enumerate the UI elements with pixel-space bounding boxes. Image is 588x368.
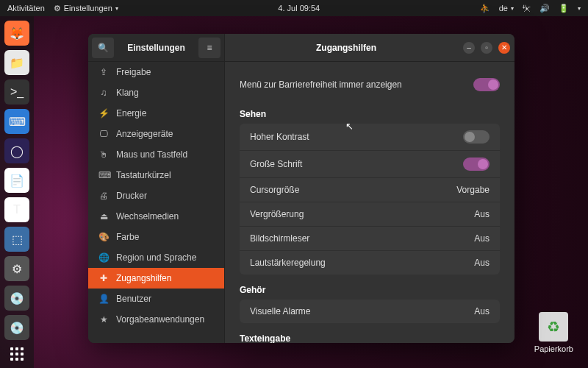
show-apps-button[interactable] xyxy=(10,347,24,361)
sidebar-item-label: Zugangshilfen xyxy=(116,273,171,283)
volume-icon[interactable]: 🔊 xyxy=(539,4,550,13)
sehen-label: Cursorgröße xyxy=(250,185,456,195)
sehen-row[interactable]: BildschirmleserAus xyxy=(240,227,500,251)
sidebar-item-label: Klang xyxy=(116,88,139,98)
dock-app-terminal[interactable]: >_ xyxy=(4,79,29,105)
sehen-group: Hoher KontrastGroße SchriftCursorgrößeVo… xyxy=(240,124,500,275)
sehen-row[interactable]: VergrößerungAus xyxy=(240,202,500,227)
sehen-value: Aus xyxy=(474,258,490,268)
sehen-label: Vergrößerung xyxy=(250,209,474,219)
dock-app-disc2[interactable]: 💿 xyxy=(4,315,29,340)
dock-app-settings[interactable]: ⚙ xyxy=(4,256,29,281)
sidebar-icon: ⇪ xyxy=(98,67,109,77)
sidebar-item-region-und-sprache[interactable]: 🌐Region und Sprache xyxy=(88,247,224,268)
recycle-icon: ♻ xyxy=(539,312,568,342)
app-menu[interactable]: ⚙ Einstellungen ▾ xyxy=(54,4,118,13)
trash-desktop-icon[interactable]: ♻ Papierkorb xyxy=(534,312,573,353)
sidebar-item-anzeigegeräte[interactable]: 🖵Anzeigegeräte xyxy=(88,124,224,144)
dock-app-firefox[interactable]: 🦊 xyxy=(4,21,29,46)
sehen-toggle[interactable] xyxy=(463,130,490,144)
dock-app-screenshot[interactable]: ⬚ xyxy=(4,227,29,252)
section-sehen: Sehen xyxy=(240,109,500,119)
cursor-icon: ↖ xyxy=(345,121,354,132)
sehen-row[interactable]: LautstärkeregelungAus xyxy=(240,251,500,275)
search-button[interactable]: 🔍 xyxy=(92,38,114,58)
input-source-label: de xyxy=(499,4,508,13)
input-source[interactable]: de ▾ xyxy=(499,4,514,13)
sidebar-item-label: Vorgabeanwendungen xyxy=(116,314,204,325)
sidebar-item-energie[interactable]: ⚡Energie xyxy=(88,103,224,124)
hamburger-button[interactable]: ≡ xyxy=(198,38,220,58)
sidebar-item-label: Freigabe xyxy=(116,67,151,77)
network-icon[interactable]: ⏧ xyxy=(523,4,531,13)
sidebar-item-maus-und-tastfeld[interactable]: 🖱Maus und Tastfeld xyxy=(88,144,224,165)
always-show-a11y-label: Menü zur Barrierefreiheit immer anzeigen xyxy=(240,79,473,90)
sidebar-item-label: Energie xyxy=(116,108,146,118)
titlebar[interactable]: 🔍 Einstellungen ≡ Zugangshilfen – ▫ ✕ xyxy=(88,34,514,62)
settings-content: Menü zur Barrierefreiheit immer anzeigen… xyxy=(225,62,514,343)
sehen-toggle[interactable] xyxy=(463,158,490,171)
sidebar-item-label: Drucker xyxy=(116,191,147,201)
settings-window: 🔍 Einstellungen ≡ Zugangshilfen – ▫ ✕ ⇪F… xyxy=(88,34,514,343)
sehen-label: Hoher Kontrast xyxy=(250,132,463,142)
sidebar-icon: ⌨ xyxy=(98,170,109,180)
accessibility-icon[interactable]: ⛹ xyxy=(480,4,490,13)
clock[interactable]: 4. Jul 09:54 xyxy=(118,4,480,13)
sidebar-title: Einstellungen xyxy=(118,43,195,53)
sidebar-item-label: Wechselmedien xyxy=(116,211,179,222)
sidebar-item-farbe[interactable]: 🎨Farbe xyxy=(88,227,224,247)
minimize-button[interactable]: – xyxy=(463,42,475,54)
dock-app-text-editor[interactable]: T xyxy=(4,197,29,222)
dock-app-eclipse[interactable]: ◯ xyxy=(4,138,29,163)
trash-label: Papierkorb xyxy=(534,344,573,353)
sidebar-item-label: Benutzer xyxy=(116,294,151,304)
sidebar-item-drucker[interactable]: 🖨Drucker xyxy=(88,185,224,206)
dock-app-disc1[interactable]: 💿 xyxy=(4,286,29,311)
sidebar-icon: ⏏ xyxy=(98,211,109,222)
sidebar-item-label: Region und Sprache xyxy=(116,252,196,263)
battery-icon[interactable]: 🔋 xyxy=(559,4,569,13)
sidebar-item-label: Farbe xyxy=(116,232,139,242)
sidebar-icon: 👤 xyxy=(98,294,109,304)
search-icon: 🔍 xyxy=(98,43,109,53)
close-button[interactable]: ✕ xyxy=(498,42,510,54)
minimize-icon: – xyxy=(467,43,471,52)
sehen-row[interactable]: CursorgrößeVorgabe xyxy=(240,178,500,202)
gehoer-row[interactable]: Visuelle AlarmeAus xyxy=(240,300,500,323)
sidebar-icon: 🖨 xyxy=(98,191,109,201)
gehoer-group: Visuelle AlarmeAus xyxy=(240,300,500,323)
sidebar-icon: ✚ xyxy=(98,273,109,283)
chevron-down-icon[interactable]: ▾ xyxy=(578,5,581,12)
sidebar-icon: 🎨 xyxy=(98,232,109,242)
activities-button[interactable]: Aktivitäten xyxy=(7,4,45,13)
sidebar-item-benutzer[interactable]: 👤Benutzer xyxy=(88,289,224,309)
menu-icon: ≡ xyxy=(207,43,212,53)
sehen-row: Große Schrift xyxy=(240,151,500,178)
sehen-row: Hoher Kontrast xyxy=(240,124,500,151)
sehen-value: Aus xyxy=(474,233,490,244)
close-icon: ✕ xyxy=(501,43,507,52)
dock-app-libreoffice[interactable]: 📄 xyxy=(4,168,29,193)
app-menu-label: Einstellungen xyxy=(64,4,112,13)
sehen-value: Aus xyxy=(474,209,490,219)
sehen-label: Bildschirmleser xyxy=(250,233,474,244)
sidebar-item-freigabe[interactable]: ⇪Freigabe xyxy=(88,62,224,82)
gehoer-value: Aus xyxy=(474,306,490,316)
chevron-down-icon: ▾ xyxy=(511,5,514,12)
page-title: Zugangshilfen xyxy=(229,43,463,53)
sidebar-icon: ★ xyxy=(98,314,109,325)
maximize-button[interactable]: ▫ xyxy=(481,42,492,54)
always-show-a11y-toggle[interactable] xyxy=(473,78,500,91)
sidebar-item-label: Tastaturkürzel xyxy=(116,170,171,180)
sehen-label: Lautstärkeregelung xyxy=(250,258,474,268)
section-texteingabe: Texteingabe xyxy=(240,333,500,343)
dock-app-vscode[interactable]: ⌨ xyxy=(4,109,29,134)
sehen-label: Große Schrift xyxy=(250,159,463,169)
sidebar-item-klang[interactable]: ♫Klang xyxy=(88,82,224,103)
sidebar-item-label: Anzeigegeräte xyxy=(116,129,173,139)
sidebar-item-zugangshilfen[interactable]: ✚Zugangshilfen xyxy=(88,268,224,289)
sidebar-item-tastaturkürzel[interactable]: ⌨Tastaturkürzel xyxy=(88,165,224,185)
dock-app-files[interactable]: 📁 xyxy=(4,50,29,75)
sidebar-item-wechselmedien[interactable]: ⏏Wechselmedien xyxy=(88,206,224,227)
sidebar-item-vorgabeanwendungen[interactable]: ★Vorgabeanwendungen xyxy=(88,309,224,330)
